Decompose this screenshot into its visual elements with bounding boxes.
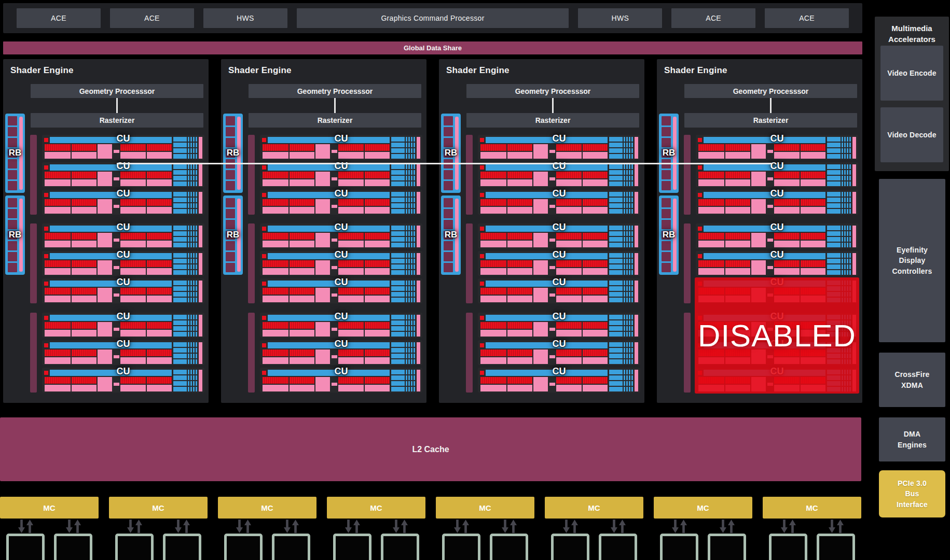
dma-engines-block: DMA Engines <box>879 417 945 461</box>
cu-row: CU <box>42 135 204 160</box>
cu-register-block <box>480 207 506 214</box>
cu-small-buffer <box>114 239 119 242</box>
cu-lds-block <box>315 377 330 391</box>
cu-register-block <box>507 296 532 302</box>
geometry-processor-bar: Geometry Processsor <box>249 84 421 98</box>
cu-register-block <box>583 179 608 186</box>
cu-simd-block <box>774 260 800 267</box>
cu-register-block <box>263 152 288 159</box>
cu-row: CU <box>478 340 640 365</box>
cu-register-block <box>480 241 506 247</box>
memory-arrows <box>127 520 142 533</box>
cu-simd-block <box>45 233 71 240</box>
cu-simd-block <box>72 288 97 295</box>
cu-row: CU <box>478 313 640 338</box>
cu-row: CU <box>260 340 422 365</box>
cu-simd-block <box>556 377 582 384</box>
rb-square <box>444 220 453 229</box>
cu-simd-block <box>507 349 532 356</box>
cu-lds-block <box>98 377 112 391</box>
rb-block: RB <box>659 114 679 193</box>
cu-group: CUCUCU <box>248 223 422 303</box>
cu-register-block <box>480 296 506 302</box>
ace-block: ACE <box>671 8 755 28</box>
cu-simd-block <box>801 233 825 240</box>
cu-simd-block <box>263 172 288 178</box>
cu-simd-block <box>338 233 364 240</box>
cu-register-block <box>290 357 314 364</box>
up-arrow-icon <box>619 520 626 533</box>
rb-label: RB <box>223 230 243 240</box>
shader-engine-title: Shader Engine <box>664 65 727 76</box>
cu-register-block <box>263 330 288 337</box>
cu-small-buffer <box>332 239 337 242</box>
cu-register-block <box>290 296 314 302</box>
cu-row: CU <box>478 251 640 276</box>
rb-label: RB <box>5 148 25 158</box>
cu-simd-block <box>698 144 724 151</box>
rb-square <box>662 220 671 229</box>
cu-register-block <box>507 179 532 186</box>
eyefinity-display-controllers-block: Eyefinity Display Controllers <box>879 179 945 342</box>
memory-arrows <box>175 520 190 533</box>
cu-register-block <box>583 241 608 247</box>
cu-register-block <box>365 296 390 302</box>
cu-label: CU <box>42 249 204 260</box>
cu-register-block <box>725 268 750 275</box>
geometry-interconnect-line <box>117 163 772 164</box>
geometry-processor-bar: Geometry Processsor <box>684 84 857 98</box>
cu-register-block <box>556 268 582 275</box>
memory-arrows <box>393 520 408 533</box>
cu-small-buffer <box>332 383 337 386</box>
rb-square <box>8 220 17 229</box>
cu-simd-block <box>147 322 172 329</box>
memory-chip <box>660 534 698 560</box>
cu-register-block <box>72 152 97 159</box>
crossfire-xdma-block: CrossFire XDMA <box>879 353 945 407</box>
rb-square <box>226 220 235 229</box>
down-arrow-icon <box>720 520 726 533</box>
cu-simd-block <box>583 349 608 356</box>
cu-register-block <box>556 330 582 337</box>
cu-label: CU <box>42 366 204 377</box>
memory-arrows <box>563 520 578 533</box>
cu-register-block <box>556 385 582 391</box>
cu-simd-block <box>583 199 608 206</box>
cu-lds-block <box>533 172 548 186</box>
up-arrow-icon <box>462 520 469 533</box>
memory-arrows <box>611 520 626 533</box>
cu-register-block <box>698 207 724 214</box>
cu-simd-block <box>263 199 288 206</box>
cu-small-buffer <box>114 383 119 386</box>
cu-register-block <box>72 179 97 186</box>
rb-square <box>226 116 235 125</box>
cu-simd-block <box>507 233 532 240</box>
cu-group: CUCUCU <box>466 313 640 393</box>
down-arrow-icon <box>781 520 788 533</box>
cu-register-block <box>45 152 71 159</box>
cu-row: CU <box>260 251 422 276</box>
cu-simd-block <box>365 322 390 329</box>
cu-simd-block <box>147 199 172 206</box>
cu-simd-block <box>120 144 146 151</box>
graphics-command-processor-block: Graphics Command Processor <box>297 8 569 28</box>
cu-simd-block <box>801 144 825 151</box>
ace-block: ACE <box>110 8 194 28</box>
cu-register-block <box>480 330 506 337</box>
cu-register-block <box>290 385 314 391</box>
cu-simd-block <box>45 377 71 384</box>
cu-register-block <box>120 152 146 159</box>
cu-register-block <box>480 385 506 391</box>
cu-register-block <box>507 268 532 275</box>
cu-lds-block <box>751 144 766 159</box>
cu-label: CU <box>478 133 640 144</box>
ace-block: ACE <box>17 8 101 28</box>
cu-row: CU <box>478 368 640 393</box>
cu-register-block <box>338 207 364 214</box>
cu-register-block <box>72 357 97 364</box>
cu-register-block <box>147 357 172 364</box>
down-arrow-icon <box>393 520 400 533</box>
rb-square <box>226 127 235 136</box>
cu-register-block <box>338 357 364 364</box>
cu-register-block <box>338 268 364 275</box>
